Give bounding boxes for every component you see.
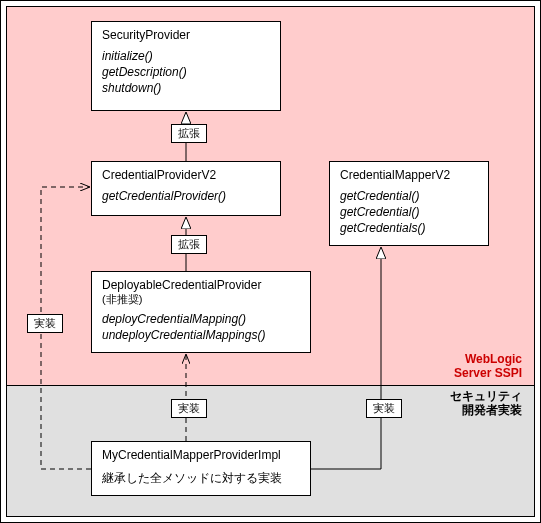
class-method: getCredential() bbox=[340, 204, 478, 220]
class-title: MyCredentialMapperProviderImpl bbox=[102, 448, 300, 462]
edge-label-implement: 実装 bbox=[366, 399, 402, 418]
box-credential-mapper-v2: CredentialMapperV2 getCredential() getCr… bbox=[329, 161, 489, 246]
box-deployable-credential-provider: DeployableCredentialProvider (非推奨) deplo… bbox=[91, 271, 311, 353]
edge-label-implement: 実装 bbox=[171, 399, 207, 418]
class-title: SecurityProvider bbox=[102, 28, 270, 42]
box-security-provider: SecurityProvider initialize() getDescrip… bbox=[91, 21, 281, 111]
edge-label-implement: 実装 bbox=[27, 314, 63, 333]
edge-label-extend: 拡張 bbox=[171, 235, 207, 254]
diagram-canvas: WebLogic Server SSPI セキュリティ 開発者実装 Securi… bbox=[0, 0, 541, 523]
class-method: getCredential() bbox=[340, 188, 478, 204]
zone-label-bottom: セキュリティ 開発者実装 bbox=[450, 390, 522, 418]
class-method: getDescription() bbox=[102, 64, 270, 80]
edge-label-extend: 拡張 bbox=[171, 124, 207, 143]
class-title: CredentialMapperV2 bbox=[340, 168, 478, 182]
class-method: initialize() bbox=[102, 48, 270, 64]
class-method: deployCredentialMapping() bbox=[102, 311, 300, 327]
class-note: 継承した全メソッドに対する実装 bbox=[102, 470, 300, 487]
class-method: getCredentialProvider() bbox=[102, 188, 270, 204]
class-method: shutdown() bbox=[102, 80, 270, 96]
zone-label-top: WebLogic Server SSPI bbox=[454, 353, 522, 381]
class-title: DeployableCredentialProvider bbox=[102, 278, 300, 292]
box-credential-provider-v2: CredentialProviderV2 getCredentialProvid… bbox=[91, 161, 281, 216]
class-title: CredentialProviderV2 bbox=[102, 168, 270, 182]
box-impl: MyCredentialMapperProviderImpl 継承した全メソッド… bbox=[91, 441, 311, 496]
class-method: getCredentials() bbox=[340, 220, 478, 236]
class-method: undeployCredentialMappings() bbox=[102, 327, 300, 343]
class-subtitle: (非推奨) bbox=[102, 292, 300, 307]
